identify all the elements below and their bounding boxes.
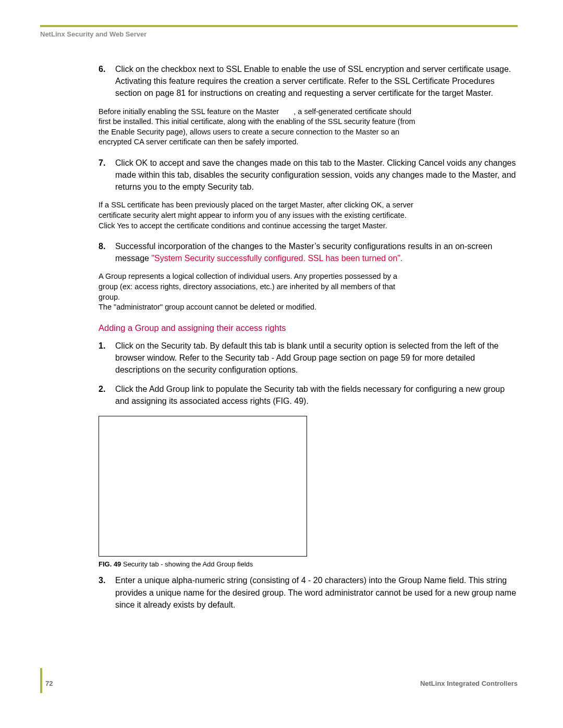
step-text: Click OK to accept and save the changes … [115, 158, 516, 191]
page-number: 72 [45, 680, 53, 687]
figure-placeholder [99, 416, 307, 557]
step-number: 6. [99, 63, 105, 75]
figure-caption-text: Security tab - showing the Add Group fie… [121, 560, 253, 568]
step-number: 1. [99, 340, 105, 352]
note-block: Before initially enabling the SSL featur… [99, 107, 417, 147]
step-8: 8. Successful incorporation of the chang… [99, 240, 518, 264]
inline-system-message: "System Security successfully configured… [151, 254, 402, 263]
body-content: 6. Click on the checkbox next to SSL Ena… [40, 38, 518, 611]
step-3: 3. Enter a unique alpha-numeric string (… [99, 574, 518, 611]
step-2: 2. Click the Add Group link to populate … [99, 383, 518, 407]
step-text: Enter a unique alpha-numeric string (con… [115, 576, 516, 609]
step-number: 2. [99, 383, 105, 395]
page-footer: 72 NetLinx Integrated Controllers [45, 672, 518, 687]
subsection-heading: Adding a Group and assigning their acces… [99, 322, 518, 335]
step-text: Click on the Security tab. By default th… [115, 341, 498, 374]
step-text: Click the Add Group link to populate the… [115, 385, 505, 405]
step-number: 8. [99, 240, 105, 252]
step-1: 1. Click on the Security tab. By default… [99, 340, 518, 376]
figure-caption: FIG. 49 Security tab - showing the Add G… [99, 560, 518, 570]
footer-title: NetLinx Integrated Controllers [420, 680, 518, 687]
note-block: A Group represents a logical collection … [99, 272, 417, 312]
step-7: 7. Click OK to accept and save the chang… [99, 157, 518, 193]
top-rule [40, 25, 518, 27]
figure-label: FIG. 49 [99, 560, 121, 568]
step-number: 7. [99, 157, 105, 169]
section-header: NetLinx Security and Web Server [40, 30, 518, 38]
step-6: 6. Click on the checkbox next to SSL Ena… [99, 63, 518, 100]
left-margin-rule [40, 668, 42, 693]
step-text: Click on the checkbox next to SSL Enable… [115, 65, 511, 97]
note-block: If a SSL certificate has been previously… [99, 200, 417, 231]
step-number: 3. [99, 574, 105, 586]
